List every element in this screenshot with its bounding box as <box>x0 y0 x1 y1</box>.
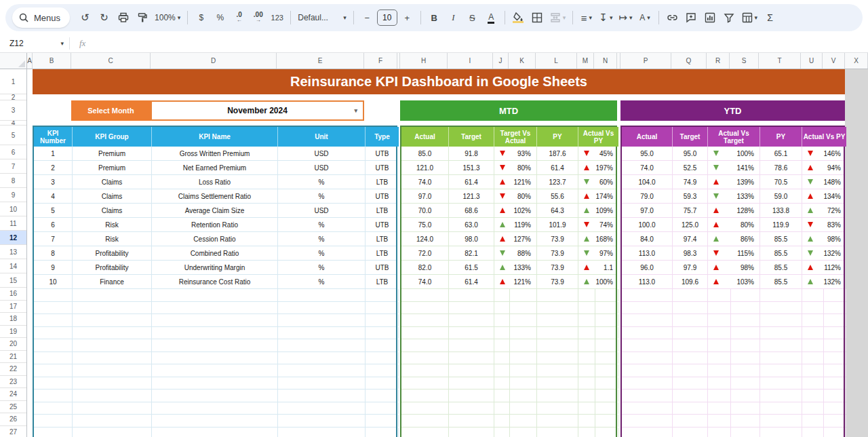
variance-cell[interactable]: 86% <box>708 232 760 246</box>
variance-cell[interactable]: 98% <box>802 232 846 246</box>
empty-cell[interactable] <box>595 402 618 415</box>
row-header-4[interactable]: 4 <box>0 121 26 126</box>
empty-cell[interactable] <box>537 302 578 314</box>
empty-cell[interactable] <box>622 377 673 390</box>
empty-cell[interactable] <box>537 339 578 352</box>
target-cell[interactable]: 75.7 <box>673 204 708 217</box>
empty-cell[interactable] <box>622 428 673 437</box>
empty-cell[interactable] <box>824 339 846 352</box>
py-cell[interactable]: 85.5 <box>760 246 802 260</box>
empty-cell[interactable] <box>449 377 494 390</box>
kpi-cell[interactable]: 4 <box>34 189 73 203</box>
py-cell[interactable]: 119.9 <box>760 218 802 231</box>
number-format-button[interactable]: 123 <box>268 8 286 27</box>
empty-cell[interactable] <box>34 289 73 301</box>
target-cell[interactable]: 109.6 <box>673 275 708 288</box>
empty-cell[interactable] <box>401 377 449 390</box>
variance-cell[interactable]: 168% <box>578 232 618 246</box>
empty-cell[interactable] <box>510 302 537 314</box>
variance-cell[interactable]: 93% <box>494 147 537 160</box>
variance-cell[interactable]: 80% <box>708 218 760 231</box>
kpi-cell[interactable]: Risk <box>73 218 152 231</box>
kpi-cell[interactable]: Finance <box>73 275 152 288</box>
py-cell[interactable]: 187.6 <box>537 147 578 160</box>
column-header-P[interactable]: P <box>620 53 671 69</box>
column-header-S[interactable]: S <box>730 53 759 69</box>
actual-cell[interactable]: 97.0 <box>622 204 673 217</box>
empty-cell[interactable] <box>73 428 152 437</box>
py-cell[interactable]: 73.9 <box>537 232 578 246</box>
py-cell[interactable]: 85.5 <box>760 232 802 246</box>
row-header-15[interactable]: 15 <box>0 273 26 288</box>
py-cell[interactable]: 78.6 <box>760 161 802 174</box>
insert-chart-button[interactable] <box>701 8 719 27</box>
empty-cell[interactable] <box>537 402 578 415</box>
column-header-L[interactable]: L <box>536 53 577 69</box>
empty-cell[interactable] <box>366 302 399 314</box>
kpi-cell[interactable]: 10 <box>34 275 73 288</box>
text-rotation-button[interactable]: A ▾ <box>636 8 654 27</box>
empty-cell[interactable] <box>595 302 618 314</box>
empty-cell[interactable] <box>152 352 278 364</box>
bold-button[interactable]: B <box>425 8 443 27</box>
kpi-cell[interactable]: USD <box>278 161 366 174</box>
text-color-button[interactable]: A <box>482 8 500 27</box>
kpi-cell[interactable]: 6 <box>34 218 73 231</box>
empty-cell[interactable] <box>537 415 578 427</box>
empty-cell[interactable] <box>622 364 673 377</box>
header-cell[interactable]: KPI Number <box>34 127 73 147</box>
empty-cell[interactable] <box>802 289 824 301</box>
empty-cell[interactable] <box>494 327 510 339</box>
empty-cell[interactable] <box>578 415 595 427</box>
actual-cell[interactable]: 70.0 <box>401 204 449 217</box>
variance-cell[interactable]: 174% <box>578 189 618 203</box>
variance-cell[interactable]: 133% <box>494 261 537 274</box>
header-cell[interactable]: KPI Group <box>73 127 152 147</box>
py-cell[interactable]: 55.6 <box>537 189 578 203</box>
variance-cell[interactable]: 128% <box>708 204 760 217</box>
kpi-cell[interactable]: Combined Ratio <box>152 246 278 260</box>
empty-cell[interactable] <box>510 314 537 326</box>
empty-cell[interactable] <box>673 402 708 415</box>
empty-cell[interactable] <box>510 364 537 377</box>
py-cell[interactable]: 65.1 <box>760 147 802 160</box>
column-header-U[interactable]: U <box>801 53 823 69</box>
header-cell[interactable]: Actual <box>401 127 449 147</box>
empty-cell[interactable] <box>578 314 595 326</box>
variance-cell[interactable]: 83% <box>802 218 846 231</box>
column-header-D[interactable]: D <box>151 53 277 69</box>
empty-cell[interactable] <box>802 302 824 314</box>
row-header-14[interactable]: 14 <box>0 259 26 273</box>
empty-cell[interactable] <box>622 339 673 352</box>
empty-cell[interactable] <box>366 415 399 427</box>
empty-cell[interactable] <box>708 377 731 390</box>
menus-button[interactable]: Menus <box>12 7 70 28</box>
kpi-cell[interactable]: Claims <box>73 204 152 217</box>
variance-cell[interactable]: 121% <box>494 275 537 288</box>
empty-cell[interactable] <box>578 390 595 402</box>
empty-cell[interactable] <box>595 390 618 402</box>
empty-cell[interactable] <box>366 402 399 415</box>
empty-cell[interactable] <box>73 352 152 364</box>
empty-cell[interactable] <box>73 402 152 415</box>
empty-cell[interactable] <box>578 352 595 364</box>
empty-cell[interactable] <box>401 415 449 427</box>
empty-cell[interactable] <box>494 377 510 390</box>
header-cell[interactable]: KPI Name <box>152 127 278 147</box>
empty-cell[interactable] <box>824 302 846 314</box>
empty-cell[interactable] <box>73 327 152 339</box>
py-cell[interactable]: 133.8 <box>760 204 802 217</box>
fill-color-button[interactable] <box>509 8 528 27</box>
font-select[interactable]: Defaul... ▾ <box>295 8 349 27</box>
row-header-9[interactable]: 9 <box>0 188 26 202</box>
empty-cell[interactable] <box>34 302 73 314</box>
empty-cell[interactable] <box>449 402 494 415</box>
empty-cell[interactable] <box>731 352 760 364</box>
row-header-23[interactable]: 23 <box>0 376 26 389</box>
target-cell[interactable]: 121.3 <box>449 189 494 203</box>
empty-cell[interactable] <box>731 302 760 314</box>
py-cell[interactable]: 85.5 <box>760 261 802 274</box>
kpi-cell[interactable]: 8 <box>34 246 73 260</box>
row-header-12[interactable]: 12 <box>0 231 26 245</box>
empty-cell[interactable] <box>449 364 494 377</box>
